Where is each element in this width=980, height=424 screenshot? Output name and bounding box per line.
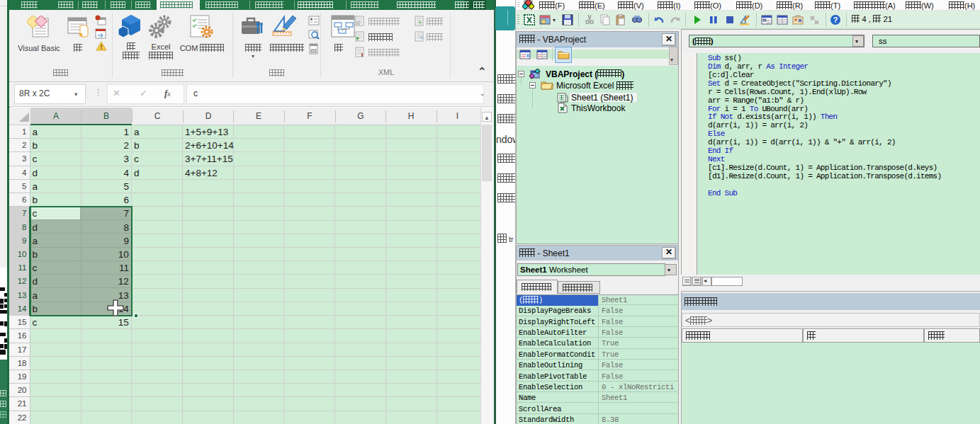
svg-text:?: ? (833, 16, 838, 24)
